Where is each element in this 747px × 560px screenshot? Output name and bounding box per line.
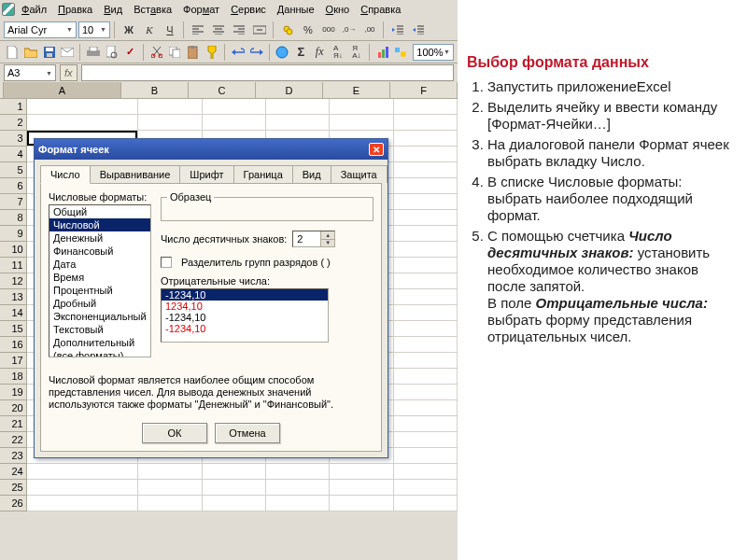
save-button[interactable] [41, 43, 58, 62]
sort-desc-button[interactable]: ЯА↓ [348, 43, 365, 62]
tab-3[interactable]: Граница [233, 165, 293, 183]
undo-button[interactable] [230, 43, 247, 62]
row-header[interactable]: 7 [0, 194, 27, 210]
row-header[interactable]: 23 [0, 448, 27, 464]
decrease-decimal-button[interactable]: ,00 [360, 21, 379, 39]
cell[interactable] [27, 464, 139, 480]
row-header[interactable]: 6 [0, 178, 27, 194]
cell[interactable] [394, 353, 458, 369]
row-header[interactable]: 22 [0, 432, 27, 448]
tab-0[interactable]: Число [40, 165, 91, 184]
bold-button[interactable]: Ж [120, 21, 138, 39]
cell[interactable] [330, 464, 393, 480]
cell[interactable] [394, 385, 458, 400]
cell[interactable] [394, 321, 458, 337]
list-item[interactable]: Денежный [49, 231, 150, 245]
cell[interactable] [394, 99, 458, 115]
cell[interactable] [203, 464, 266, 480]
cell[interactable] [266, 99, 330, 115]
cell[interactable] [394, 258, 458, 273]
cancel-button[interactable]: Отмена [215, 423, 280, 443]
cell[interactable] [394, 448, 458, 464]
cell[interactable] [394, 162, 458, 178]
cell[interactable] [266, 480, 330, 496]
cell[interactable] [138, 99, 202, 115]
cell[interactable] [27, 99, 139, 115]
list-item[interactable]: 1234,10 [162, 301, 328, 312]
underline-button[interactable]: Ч [161, 21, 179, 39]
cell[interactable] [394, 416, 458, 432]
list-item[interactable]: Дата [49, 258, 150, 271]
menu-format[interactable]: Формат [178, 2, 224, 17]
list-item[interactable]: Числовой [49, 218, 150, 231]
row-header[interactable]: 10 [0, 242, 27, 258]
menu-view[interactable]: Вид [99, 2, 127, 17]
row-header[interactable]: 18 [0, 369, 27, 385]
cell[interactable] [138, 480, 202, 496]
list-item[interactable]: Время [49, 271, 150, 284]
list-item[interactable]: -1234,10 [162, 289, 328, 301]
print-button[interactable] [85, 43, 102, 62]
row-header[interactable]: 11 [0, 258, 27, 273]
spell-check-button[interactable]: ✓ [122, 43, 139, 62]
cell[interactable] [394, 480, 458, 496]
cell[interactable] [394, 131, 458, 147]
font-size-select[interactable]: 10▼ [78, 21, 110, 38]
list-item[interactable]: -1234,10 [162, 323, 328, 334]
ok-button[interactable]: ОК [142, 423, 207, 443]
paste-button[interactable] [185, 43, 202, 62]
cell[interactable] [138, 496, 202, 511]
redo-button[interactable] [248, 43, 265, 62]
row-header[interactable]: 19 [0, 385, 27, 400]
tab-5[interactable]: Защита [331, 165, 388, 183]
cell[interactable] [27, 496, 139, 511]
cell[interactable] [394, 464, 458, 480]
cell[interactable] [266, 115, 330, 131]
menu-edit[interactable]: Правка [53, 2, 97, 17]
list-item[interactable]: Текстовый [49, 323, 150, 336]
autosum-button[interactable]: Σ [292, 43, 309, 62]
merge-cells-button[interactable] [250, 21, 269, 39]
cell[interactable] [27, 480, 139, 496]
cell[interactable] [266, 496, 330, 511]
cell[interactable] [330, 115, 393, 131]
new-file-button[interactable] [4, 43, 21, 62]
hyperlink-button[interactable] [275, 43, 291, 62]
cell[interactable] [203, 480, 266, 496]
cell[interactable] [394, 210, 458, 226]
cell[interactable] [394, 242, 458, 258]
align-right-button[interactable] [230, 21, 248, 39]
spin-up-icon[interactable]: ▲ [321, 231, 334, 240]
zoom-select[interactable]: 100%▼ [413, 44, 454, 61]
row-header[interactable]: 15 [0, 321, 27, 337]
function-button[interactable]: fx [311, 43, 328, 62]
row-header[interactable]: 14 [0, 305, 27, 321]
list-item[interactable]: Финансовый [49, 245, 150, 258]
menu-window[interactable]: Окно [321, 2, 355, 17]
row-header[interactable]: 16 [0, 337, 27, 353]
cell[interactable] [330, 480, 393, 496]
font-name-select[interactable]: Arial Cyr▼ [4, 21, 77, 38]
comma-style-button[interactable]: 000 [319, 21, 338, 39]
cell[interactable] [394, 432, 458, 448]
row-header[interactable]: 1 [0, 99, 27, 115]
row-header[interactable]: 3 [0, 131, 27, 147]
cell[interactable] [394, 194, 458, 210]
formula-input[interactable] [81, 64, 454, 81]
fx-icon[interactable]: fx [60, 64, 78, 81]
cell[interactable] [266, 464, 330, 480]
cell[interactable] [203, 496, 266, 511]
row-header[interactable]: 24 [0, 464, 27, 480]
cell[interactable] [394, 337, 458, 353]
column-header[interactable]: B [121, 82, 189, 99]
thousands-separator-checkbox[interactable] [161, 257, 172, 268]
column-header[interactable]: A [4, 82, 121, 99]
cell[interactable] [330, 99, 393, 115]
negatives-list[interactable]: -1234,101234,10-1234,10-1234,10 [161, 288, 329, 343]
row-header[interactable]: 21 [0, 416, 27, 432]
cell[interactable] [203, 115, 266, 131]
menu-help[interactable]: Справка [356, 2, 405, 17]
cell[interactable] [138, 464, 202, 480]
column-header[interactable]: C [189, 82, 256, 99]
column-header[interactable]: D [256, 82, 323, 99]
